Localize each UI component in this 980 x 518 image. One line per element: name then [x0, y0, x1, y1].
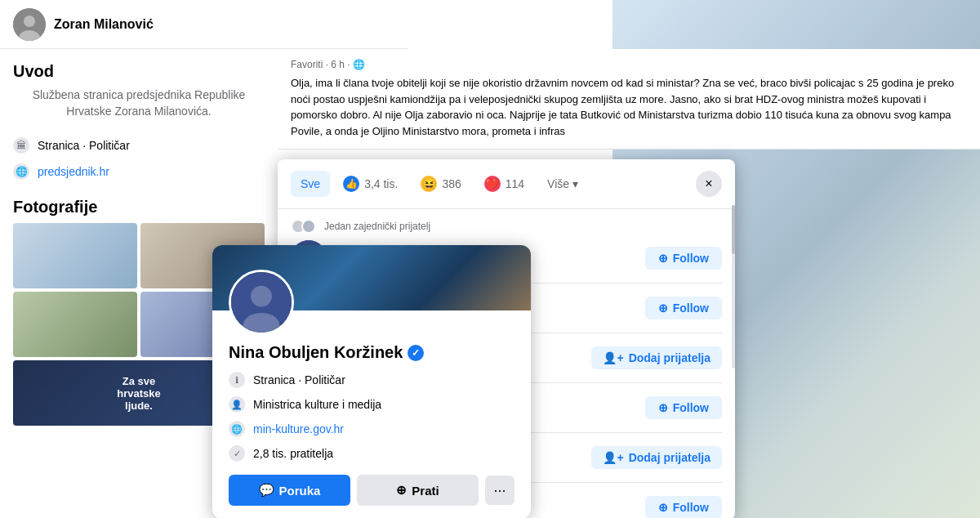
add-friend-button[interactable]: 👤+ Dodaj prijatelja: [591, 446, 722, 469]
shared-friend-row: Jedan zajednički prijatelj: [278, 216, 735, 234]
poruka-button[interactable]: 💬 Poruka: [229, 475, 350, 506]
chevron-down-icon: ▾: [572, 177, 578, 190]
page-title: Zoran Milanović: [54, 17, 154, 32]
avatar: [13, 8, 46, 41]
hover-card-role: Ministrica kulture i medija: [253, 398, 381, 411]
haha-reaction-icon: 😆: [421, 176, 437, 192]
more-options-button[interactable]: ···: [485, 476, 514, 505]
prati-label: Prati: [412, 484, 439, 498]
plus-icon: ⊕: [396, 483, 407, 498]
follow-plus-icon: ⊕: [658, 252, 668, 265]
poruka-label: Poruka: [279, 484, 321, 498]
hover-card-type: Stranica · Političar: [253, 373, 345, 386]
add-friend-label: Dodaj prijatelja: [629, 451, 710, 464]
hover-card: Nina Obuljen Koržinek ✓ ℹ Stranica · Pol…: [212, 245, 531, 518]
uvod-desc: Službena stranica predsjednika Republike…: [13, 87, 265, 119]
follow-plus-icon: ⊕: [658, 401, 668, 414]
hover-card-role-row: 👤 Ministrica kulture i medija: [229, 396, 514, 413]
love-reaction-icon: ❤️: [484, 176, 501, 192]
globe-icon: 🌐: [229, 421, 245, 437]
hover-card-body: Nina Obuljen Koržinek ✓ ℹ Stranica · Pol…: [212, 310, 531, 518]
add-friend-icon: 👤+: [603, 451, 623, 464]
like-count: 3,4 tis.: [364, 177, 398, 190]
tab-sve-label: Sve: [301, 177, 320, 190]
modal-tabs: Sve 👍 3,4 tis. 😆 386 ❤️ 114 Više ▾ ×: [278, 159, 735, 209]
photo-item[interactable]: [13, 223, 137, 288]
add-friend-label: Dodaj prijatelja: [629, 351, 710, 364]
hover-card-header: [212, 245, 531, 310]
hover-card-name: Nina Obuljen Koržinek ✓: [229, 343, 514, 362]
hover-card-avatar: [229, 270, 294, 335]
tab-love[interactable]: ❤️ 114: [474, 169, 534, 199]
name-text: Nina Obuljen Koržinek: [229, 343, 403, 362]
verified-badge: ✓: [408, 345, 424, 361]
hover-card-website-row[interactable]: 🌐 min-kulture.gov.hr: [229, 421, 514, 437]
haha-count: 386: [442, 177, 461, 190]
hover-card-avatar-inner: [231, 272, 292, 333]
hover-card-followers: 2,8 tis. pratitelja: [253, 447, 333, 460]
website-link[interactable]: predsjednik.hr: [38, 165, 109, 178]
scrollbar-thumb: [732, 205, 735, 254]
follow-label: Follow: [673, 401, 709, 414]
shared-friend-text: Jedan zajednički prijatelj: [324, 221, 430, 232]
vise-label: Više: [547, 177, 569, 190]
hover-card-type-row: ℹ Stranica · Političar: [229, 372, 514, 388]
globe-icon: 🌐: [13, 163, 29, 180]
close-button[interactable]: ×: [696, 171, 722, 197]
tab-more[interactable]: Više ▾: [537, 171, 588, 197]
hover-card-followers-row: ✓ 2,8 tis. pratitelja: [229, 445, 514, 462]
fotografije-title: Fotografije: [13, 198, 265, 217]
tab-like[interactable]: 👍 3,4 tis.: [333, 169, 408, 199]
follow-label: Follow: [673, 501, 709, 514]
uvod-title: Uvod: [13, 62, 265, 81]
follow-label: Follow: [673, 252, 709, 265]
hover-card-actions: 💬 Poruka ⊕ Prati ···: [229, 475, 514, 506]
person-icon: 👤: [229, 396, 245, 413]
follow-button[interactable]: ⊕ Follow: [645, 496, 722, 518]
svg-point-22: [251, 286, 272, 307]
sidebar-item-website[interactable]: 🌐 predsjednik.hr: [13, 159, 265, 185]
sidebar-item-type: 🏛 Stranica · Političar: [13, 132, 265, 159]
add-friend-icon: 👤+: [603, 351, 623, 364]
follow-plus-icon: ⊕: [658, 301, 668, 315]
love-count: 114: [506, 177, 524, 190]
ellipsis-icon: ···: [493, 482, 506, 499]
info-icon: ℹ: [229, 372, 245, 388]
page-icon: 🏛: [13, 137, 29, 154]
like-reaction-icon: 👍: [343, 176, 359, 192]
follow-plus-icon: ⊕: [658, 501, 668, 514]
post-text: Olja, ima li člana tvoje obitelji koji s…: [291, 75, 967, 139]
stranica-label: Stranica · Političar: [38, 139, 130, 152]
add-friend-button[interactable]: 👤+ Dodaj prijatelja: [591, 346, 722, 369]
post-area: Favoriti · 6 h · 🌐 Olja, ima li člana tv…: [278, 49, 980, 150]
top-bar: Zoran Milanović: [0, 0, 408, 49]
messenger-icon: 💬: [259, 483, 274, 498]
tab-haha[interactable]: 😆 386: [411, 169, 470, 199]
svg-point-1: [24, 16, 35, 27]
prati-button[interactable]: ⊕ Prati: [357, 475, 479, 506]
follow-button[interactable]: ⊕ Follow: [645, 247, 722, 270]
hover-card-website[interactable]: min-kulture.gov.hr: [253, 422, 344, 435]
tab-sve[interactable]: Sve: [291, 171, 330, 197]
post-time: Favoriti · 6 h · 🌐: [291, 59, 967, 70]
checkmark-icon: ✓: [229, 445, 245, 462]
follow-label: Follow: [673, 301, 709, 315]
follow-button[interactable]: ⊕ Follow: [645, 297, 722, 319]
photo-item[interactable]: [13, 292, 137, 357]
scrollbar-track[interactable]: [732, 205, 735, 368]
follow-button[interactable]: ⊕ Follow: [645, 396, 722, 419]
